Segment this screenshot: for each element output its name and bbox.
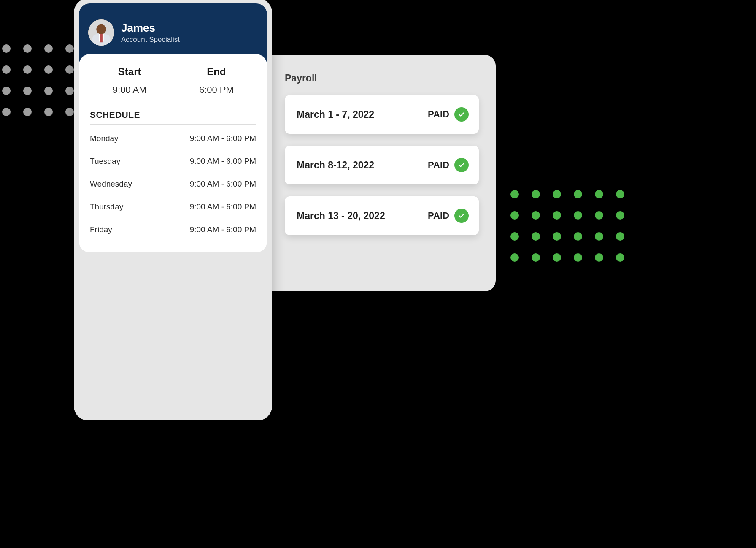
end-value: 6:00 PM bbox=[199, 84, 234, 95]
svg-rect-5 bbox=[100, 34, 103, 42]
divider bbox=[90, 124, 256, 125]
employee-name: James bbox=[121, 22, 180, 35]
end-label: End bbox=[207, 66, 226, 78]
employee-body: Start 9:00 AM End 6:00 PM SCHEDULE Monda… bbox=[79, 54, 267, 252]
payroll-status-text: PAID bbox=[428, 160, 449, 171]
schedule-title: SCHEDULE bbox=[90, 110, 256, 120]
schedule-row: Friday 9:00 AM - 6:00 PM bbox=[90, 218, 256, 241]
schedule-day: Thursday bbox=[90, 202, 123, 212]
schedule-day: Tuesday bbox=[90, 157, 120, 166]
schedule-hours: 9:00 AM - 6:00 PM bbox=[190, 157, 256, 166]
schedule-row: Thursday 9:00 AM - 6:00 PM bbox=[90, 195, 256, 218]
payroll-status-text: PAID bbox=[428, 109, 449, 120]
schedule-list: Monday 9:00 AM - 6:00 PM Tuesday 9:00 AM… bbox=[90, 127, 256, 241]
payroll-status: PAID bbox=[428, 158, 469, 172]
payroll-title: Payroll bbox=[285, 73, 479, 84]
check-icon bbox=[454, 107, 469, 122]
schedule-hours: 9:00 AM - 6:00 PM bbox=[190, 134, 256, 143]
svg-point-2 bbox=[96, 24, 106, 34]
payroll-range: March 13 - 20, 2022 bbox=[297, 210, 385, 222]
payroll-status: PAID bbox=[428, 107, 469, 122]
start-value: 9:00 AM bbox=[113, 84, 147, 95]
employee-card: James Account Specialist Start 9:00 AM E… bbox=[74, 0, 272, 420]
payroll-range: March 8-12, 2022 bbox=[297, 160, 374, 171]
check-icon bbox=[454, 158, 469, 172]
schedule-row: Wednesday 9:00 AM - 6:00 PM bbox=[90, 173, 256, 195]
payroll-status: PAID bbox=[428, 209, 469, 223]
schedule-hours: 9:00 AM - 6:00 PM bbox=[190, 202, 256, 212]
payroll-item[interactable]: March 8-12, 2022 PAID bbox=[285, 146, 479, 184]
schedule-row: Tuesday 9:00 AM - 6:00 PM bbox=[90, 150, 256, 173]
payroll-item[interactable]: March 1 - 7, 2022 PAID bbox=[285, 95, 479, 134]
start-label: Start bbox=[118, 66, 141, 78]
check-icon bbox=[454, 209, 469, 223]
schedule-hours: 9:00 AM - 6:00 PM bbox=[190, 225, 256, 234]
schedule-day: Friday bbox=[90, 225, 112, 234]
avatar bbox=[88, 19, 114, 46]
payroll-item[interactable]: March 13 - 20, 2022 PAID bbox=[285, 196, 479, 235]
payroll-list: March 1 - 7, 2022 PAID March 8-12, 2022 … bbox=[285, 95, 479, 235]
employee-header: James Account Specialist bbox=[79, 3, 267, 62]
empty-area bbox=[79, 252, 267, 379]
schedule-day: Monday bbox=[90, 134, 119, 143]
times-row: Start 9:00 AM End 6:00 PM bbox=[90, 66, 256, 95]
employee-role: Account Specialist bbox=[121, 35, 180, 44]
payroll-status-text: PAID bbox=[428, 210, 449, 221]
schedule-day: Wednesday bbox=[90, 179, 132, 189]
payroll-range: March 1 - 7, 2022 bbox=[297, 109, 374, 120]
schedule-row: Monday 9:00 AM - 6:00 PM bbox=[90, 127, 256, 150]
schedule-hours: 9:00 AM - 6:00 PM bbox=[190, 179, 256, 189]
decorative-dots-green bbox=[510, 190, 624, 262]
